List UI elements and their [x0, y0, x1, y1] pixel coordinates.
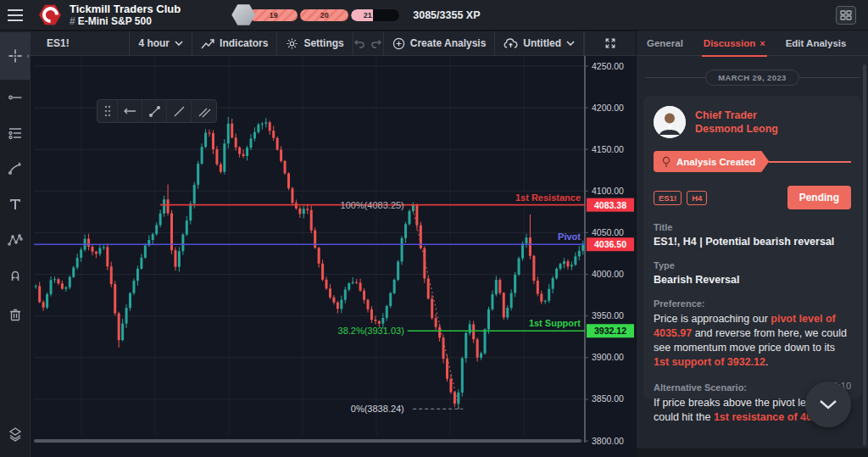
- interval-dropdown[interactable]: 4 hour: [130, 31, 192, 55]
- svg-text:3900.00: 3900.00: [592, 352, 624, 362]
- xp-progress: 19 20 21 3085/3355 XP: [231, 3, 480, 27]
- analysis-created-ribbon: Analysis Created: [654, 151, 769, 172]
- undo-redo-group: [353, 31, 384, 55]
- channel-label: E-Mini S&P 500: [78, 15, 152, 27]
- channel-hash: #: [70, 15, 75, 27]
- author-role: Chief Trader: [695, 109, 778, 122]
- author-name[interactable]: Desmond Leong: [695, 122, 778, 136]
- svg-text:4200.00: 4200.00: [592, 103, 624, 113]
- tab-discussion[interactable]: Discussion ×: [704, 31, 765, 56]
- panel-scrollbar[interactable]: [863, 64, 866, 446]
- parallel-channel-tool-icon[interactable]: [192, 100, 216, 122]
- symbol-button[interactable]: ES1!: [31, 31, 130, 55]
- svg-text:100%(4083.25): 100%(4083.25): [341, 200, 404, 210]
- preference-text: Price is approaching our pivot level of …: [654, 312, 851, 370]
- indicators-label: Indicators: [220, 37, 268, 49]
- level-shield-icon: [231, 3, 255, 27]
- club-title-block: Tickmill Traders Club #E-Mini S&P 500: [70, 3, 181, 28]
- xp-counter: 3085/3355 XP: [413, 9, 480, 21]
- layout-panels-icon[interactable]: [836, 6, 856, 25]
- event-label: Analysis Created: [676, 157, 755, 167]
- close-tab-icon[interactable]: ×: [760, 38, 765, 48]
- symbol-badge[interactable]: ES1!: [654, 191, 682, 205]
- settings-label: Settings: [303, 37, 343, 49]
- panel-tabs: General Discussion × Edit Analysis: [637, 31, 868, 56]
- club-title: Tickmill Traders Club: [70, 3, 181, 15]
- create-analysis-button[interactable]: Create Analysis: [384, 31, 496, 55]
- timeframe-badge[interactable]: H4: [687, 191, 707, 205]
- svg-text:3850.00: 3850.00: [592, 393, 624, 404]
- tab-edit-analysis[interactable]: Edit Analysis: [786, 31, 847, 56]
- ribbon-line: [769, 161, 851, 163]
- price-chart[interactable]: 3800.003850.003900.003950.004000.004050.…: [31, 56, 636, 457]
- badge-row: ES1! H4 Pending: [654, 186, 851, 209]
- svg-text:3800.00: 3800.00: [592, 436, 624, 446]
- hamburger-menu-icon[interactable]: [0, 9, 31, 21]
- analysis-panel: General Discussion × Edit Analysis MARCH…: [636, 31, 868, 457]
- svg-text:Pivot: Pivot: [558, 231, 581, 242]
- redo-icon[interactable]: [371, 39, 382, 48]
- analysis-title: ES1!, H4 | Potential bearish reversal: [654, 236, 851, 248]
- svg-text:4250.00: 4250.00: [592, 61, 624, 71]
- settings-button[interactable]: Settings: [277, 31, 353, 55]
- analysis-message-card: Chief Trader Desmond Leong Analysis Crea…: [643, 96, 861, 399]
- svg-text:4083.38: 4083.38: [594, 200, 626, 210]
- svg-text:0%(3838.24): 0%(3838.24): [351, 404, 404, 414]
- tab-general[interactable]: General: [647, 31, 683, 56]
- chevron-down-icon: [175, 41, 183, 46]
- fullscreen-button[interactable]: [584, 31, 636, 55]
- fib-retracement-tool[interactable]: [0, 115, 31, 151]
- xabcd-pattern-tool[interactable]: [0, 222, 31, 258]
- type-label: Type: [654, 260, 851, 270]
- gear-icon: [286, 37, 298, 50]
- event-ribbon-row: Analysis Created: [654, 151, 851, 172]
- horizontal-line-tool[interactable]: [0, 80, 31, 115]
- drawing-tool-rail: ›: [0, 31, 31, 457]
- object-tree-tool[interactable]: [0, 416, 31, 452]
- svg-text:4000.00: 4000.00: [592, 269, 624, 279]
- indicators-button[interactable]: Indicators: [192, 31, 277, 55]
- trend-line-tool-icon[interactable]: [142, 100, 167, 122]
- arrow-line-tool-icon[interactable]: [118, 100, 142, 122]
- tickmill-logo: [39, 4, 61, 26]
- date-divider: MARCH 29, 2023: [645, 70, 860, 86]
- symbol-label: ES1!: [47, 37, 70, 49]
- save-name-label: Untitled: [523, 37, 561, 49]
- svg-text:4050.00: 4050.00: [592, 227, 624, 237]
- chart-toolbar: ES1! 4 hour Indicators Settings: [31, 31, 636, 56]
- svg-text:4150.00: 4150.00: [592, 144, 624, 154]
- preference-label: Preference:: [654, 298, 851, 309]
- level-pill-19: 19: [249, 9, 298, 21]
- fullscreen-icon: [604, 36, 617, 50]
- chevron-down-icon: [566, 41, 575, 46]
- svg-text:1st Support: 1st Support: [529, 318, 581, 328]
- lightbulb-icon: [661, 156, 671, 168]
- ray-line-tool-icon[interactable]: [167, 100, 192, 122]
- chevron-down-icon: [819, 399, 837, 410]
- brush-tool[interactable]: [0, 151, 31, 187]
- create-analysis-label: Create Analysis: [410, 37, 487, 49]
- panel-bottom-strip: [637, 449, 868, 457]
- svg-text:4036.50: 4036.50: [594, 239, 626, 249]
- svg-text:1st Resistance: 1st Resistance: [515, 192, 581, 203]
- remove-drawings-tool[interactable]: [0, 297, 31, 332]
- title-label: Title: [654, 222, 851, 232]
- save-layout-dropdown[interactable]: Untitled: [495, 31, 584, 55]
- undo-icon[interactable]: [353, 39, 364, 48]
- rail-expand-icon[interactable]: ›: [27, 52, 30, 60]
- svg-text:3950.00: 3950.00: [592, 310, 624, 320]
- scroll-to-bottom-button[interactable]: [805, 382, 851, 427]
- level-pills: 19 20 21: [249, 9, 399, 21]
- pending-status-button[interactable]: Pending: [787, 186, 851, 209]
- magnet-tool[interactable]: [0, 258, 31, 293]
- toolbar-drag-handle[interactable]: [97, 100, 118, 122]
- app-header: Tickmill Traders Club #E-Mini S&P 500 19…: [0, 0, 868, 31]
- date-pill: MARCH 29, 2023: [705, 70, 799, 86]
- avatar[interactable]: [654, 106, 686, 138]
- crosshair-tool[interactable]: ›: [0, 32, 31, 80]
- plus-circle-icon: [392, 37, 405, 50]
- text-tool[interactable]: [0, 187, 31, 222]
- level-pill-20: 20: [300, 9, 348, 21]
- svg-text:3932.12: 3932.12: [594, 326, 626, 336]
- analysis-type: Bearish Reversal: [654, 274, 851, 286]
